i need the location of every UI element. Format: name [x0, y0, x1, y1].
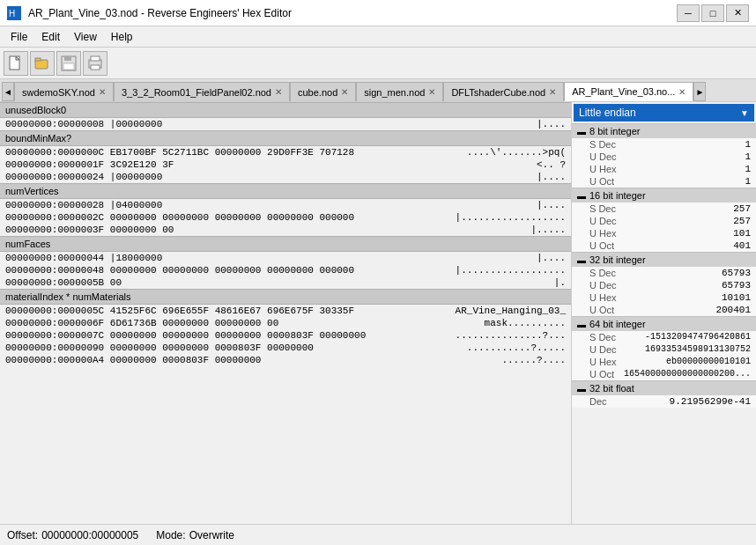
title-bar: H AR_Plant_Vine_03.nod - Reverse Enginee… [0, 0, 756, 26]
menu-edit[interactable]: Edit [34, 29, 67, 45]
minimize-button[interactable]: ─ [677, 4, 700, 22]
section-header-numfaces: numFaces [0, 236, 571, 252]
table-row[interactable]: 00000000:00000028 |04000000 |.... [0, 199, 571, 211]
decode-row: U Hex101 [572, 227, 756, 239]
tab-5[interactable]: AR_Plant_Vine_03.no... ✕ [564, 82, 693, 101]
offset-label: Offset: [7, 529, 38, 541]
table-row[interactable]: 00000000:0000007C 00000000 00000000 0000… [0, 329, 571, 342]
tab-nav-left[interactable]: ◄ [2, 82, 14, 101]
hex-block-7: materialIndex * numMaterials 00000000:00… [0, 289, 571, 329]
section-32bit[interactable]: ▬ 32 bit integer [572, 252, 756, 267]
table-row[interactable]: 00000000:00000024 |00000000 |.... [0, 171, 571, 183]
table-row[interactable]: 00000000:0000005C 41525F6C 696E655F 4861… [0, 305, 571, 317]
decode-row: U Dec257 [572, 215, 756, 227]
hex-block-1: boundMinMax? 00000000:0000000C EB1700BF … [0, 130, 571, 171]
decode-row: U Hex10101 [572, 291, 756, 304]
app-icon: H [7, 6, 21, 20]
print-button[interactable] [83, 51, 107, 76]
tab-4[interactable]: DFLTshaderCube.nod ✕ [443, 82, 564, 101]
svg-rect-5 [35, 58, 41, 61]
open-button[interactable] [30, 51, 55, 76]
decode-row: S Dec257 [572, 203, 756, 215]
new-button[interactable] [4, 51, 28, 76]
decode-row: U Hex1 [572, 163, 756, 175]
section-8bit[interactable]: ▬ 8 bit integer [572, 123, 756, 138]
hex-block-2: 00000000:00000024 |00000000 |.... [0, 171, 571, 183]
decode-row: S Dec1 [572, 138, 756, 151]
hex-editor-panel[interactable]: unusedBlock0 00000000:00000008 |00000000… [0, 102, 571, 524]
table-row[interactable]: 00000000:00000008 |00000000 |.... [0, 118, 571, 130]
hex-block-8: 00000000:0000007C 00000000 00000000 0000… [0, 329, 571, 366]
section-header-materialindex: materialIndex * numMaterials [0, 289, 571, 305]
decode-row: U Oct1 [572, 175, 756, 188]
table-row[interactable]: 00000000:0000002C 00000000 00000000 0000… [0, 211, 571, 224]
offset-status: Offset: 00000000:00000005 [7, 529, 138, 541]
collapse-icon[interactable]: ▬ [577, 320, 586, 329]
mode-status: Mode: Overwrite [156, 529, 234, 541]
close-button[interactable]: ✕ [726, 4, 749, 22]
table-row[interactable]: 00000000:0000003F 00000000 00 |..... [0, 224, 571, 236]
table-row[interactable]: 00000000:0000000C EB1700BF 5C2711BC 0000… [0, 146, 571, 158]
section-64bit[interactable]: ▬ 64 bit integer [572, 316, 756, 331]
tab-close-5[interactable]: ✕ [678, 87, 686, 97]
tab-close-4[interactable]: ✕ [549, 87, 556, 97]
section-header-boundminmax: boundMinMax? [0, 130, 571, 146]
hex-block-0: unusedBlock0 00000000:00000008 |00000000… [0, 102, 571, 130]
tab-close-2[interactable]: ✕ [341, 87, 348, 97]
toolbar [0, 48, 756, 79]
window-controls: ─ □ ✕ [677, 4, 749, 22]
section-header-numvertices: numVertices [0, 183, 571, 199]
decode-row: S Dec65793 [572, 267, 756, 279]
hex-block-5: numFaces 00000000:00000044 |18000000 |..… [0, 236, 571, 264]
tab-close-3[interactable]: ✕ [428, 87, 435, 97]
hex-block-4: 00000000:0000002C 00000000 00000000 0000… [0, 211, 571, 236]
decode-values-panel: Decode values Comments Little endian ▼ ▬… [571, 102, 756, 524]
table-row[interactable]: 00000000:00000090 00000000 00000000 0000… [0, 342, 571, 354]
collapse-icon[interactable]: ▬ [577, 384, 586, 394]
decode-row: Dec9.21956299e-41 [572, 395, 756, 408]
svg-rect-8 [63, 63, 74, 70]
hex-block-6: 00000000:00000048 00000000 00000000 0000… [0, 264, 571, 289]
window-title: AR_Plant_Vine_03.nod - Reverse Engineers… [28, 7, 292, 19]
collapse-icon[interactable]: ▬ [577, 127, 586, 136]
menu-file[interactable]: File [4, 29, 34, 45]
mode-value: Overwrite [189, 529, 234, 541]
decode-row: S Dec-1513209474796420861 [572, 331, 756, 343]
mode-label: Mode: [156, 529, 185, 541]
hex-block-3: numVertices 00000000:00000028 |04000000 … [0, 183, 571, 211]
decode-row: U Dec16933534598913130752 [572, 343, 756, 356]
tab-3[interactable]: sign_men.nod ✕ [356, 82, 443, 101]
svg-text:H: H [9, 9, 15, 18]
table-row[interactable]: 00000000:0000006F 6D61736B 00000000 0000… [0, 317, 571, 329]
section-32float[interactable]: ▬ 32 bit float [572, 380, 756, 395]
menu-help[interactable]: Help [104, 29, 140, 45]
menu-view[interactable]: View [67, 29, 104, 45]
maximize-button[interactable]: □ [701, 4, 724, 22]
svg-rect-10 [91, 56, 100, 61]
section-header-unusedblock0: unusedBlock0 [0, 102, 571, 118]
decode-row: U Hexeb00000000010101 [572, 356, 756, 368]
tab-close-1[interactable]: ✕ [275, 87, 282, 97]
main-content: unusedBlock0 00000000:00000008 |00000000… [0, 102, 756, 524]
decode-row: U Oct165400000000000000200... [572, 368, 756, 380]
table-row[interactable]: 00000000:000000A4 00000000 0000803F 0000… [0, 354, 571, 366]
tab-bar: ◄ swdemoSKY.nod ✕ 3_3_2_Room01_FieldPane… [0, 79, 756, 102]
table-row[interactable]: 00000000:0000005B 00 |. [0, 276, 571, 289]
tab-2[interactable]: cube.nod ✕ [290, 82, 356, 101]
tab-0[interactable]: swdemoSKY.nod ✕ [14, 82, 114, 101]
collapse-icon[interactable]: ▬ [577, 191, 586, 201]
status-bar: Offset: 00000000:00000005 Mode: Overwrit… [0, 524, 756, 545]
dropdown-arrow-icon: ▼ [740, 108, 749, 118]
collapse-icon[interactable]: ▬ [577, 255, 586, 265]
tab-close-0[interactable]: ✕ [99, 87, 106, 97]
section-16bit[interactable]: ▬ 16 bit integer [572, 188, 756, 203]
tab-nav-right[interactable]: ► [693, 82, 706, 101]
tab-1[interactable]: 3_3_2_Room01_FieldPanel02.nod ✕ [114, 82, 290, 101]
table-row[interactable]: 00000000:0000001F 3C92E120 3F <.. ? [0, 158, 571, 171]
decode-row: U Oct401 [572, 239, 756, 252]
offset-value: 00000000:00000005 [41, 529, 138, 541]
save-button[interactable] [56, 51, 81, 76]
table-row[interactable]: 00000000:00000044 |18000000 |.... [0, 252, 571, 264]
table-row[interactable]: 00000000:00000048 00000000 00000000 0000… [0, 264, 571, 276]
endian-dropdown[interactable]: Little endian ▼ [574, 104, 754, 122]
